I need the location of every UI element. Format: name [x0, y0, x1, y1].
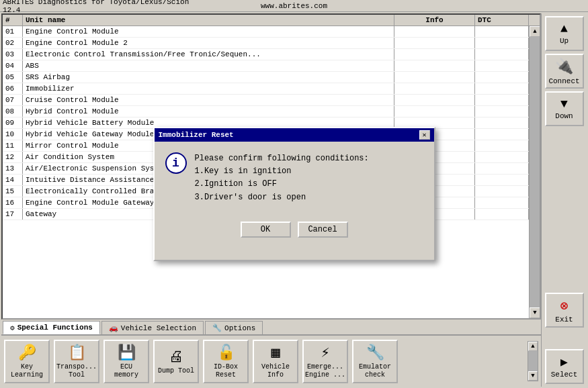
- immobilizer-reset-dialog: Immobilizer Reset ✕ i Please confirm fol…: [153, 127, 435, 261]
- modal-close-button[interactable]: ✕: [419, 130, 430, 140]
- modal-title-bar: Immobilizer Reset ✕: [155, 128, 434, 142]
- modal-line1: Please confirm following conditions:: [195, 152, 369, 165]
- modal-line4: 3.Driver's door is open: [195, 191, 369, 204]
- modal-info-icon: i: [165, 152, 187, 174]
- modal-overlay: Immobilizer Reset ✕ i Please confirm fol…: [0, 0, 588, 388]
- cancel-button[interactable]: Cancel: [298, 222, 348, 238]
- modal-line3: 2.Ignition is OFF: [195, 178, 369, 191]
- modal-message: Please confirm following conditions: 1.K…: [195, 152, 369, 204]
- ok-button[interactable]: OK: [241, 222, 291, 238]
- modal-line2: 1.Key is in ignition: [195, 165, 369, 178]
- modal-title: Immobilizer Reset: [159, 131, 234, 139]
- modal-body: i Please confirm following conditions: 1…: [155, 142, 434, 215]
- modal-buttons: OK Cancel: [155, 215, 434, 247]
